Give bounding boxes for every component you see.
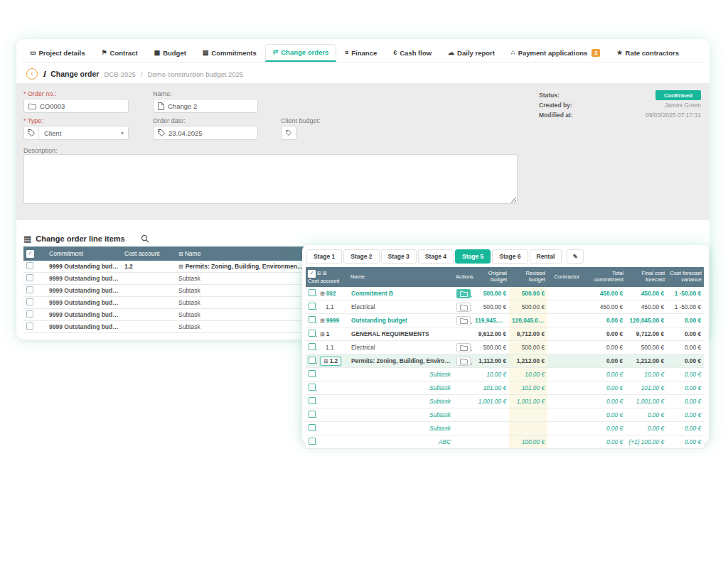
spacer-cell — [38, 321, 46, 333]
line-item-row[interactable]: 9999 Outstanding budget1.2⊞Permits: Zoni… — [23, 261, 308, 273]
stage-row[interactable]: Subtask1,001.00 €1,001.00 €0.00 €1,001.0… — [306, 395, 704, 408]
tab-rate-contractors[interactable]: ★Rate contractors — [609, 45, 687, 62]
tab-project-details[interactable]: ▭Project details — [22, 45, 92, 62]
column-header-original-budget[interactable]: Original budget — [472, 267, 509, 287]
row-checkbox[interactable] — [26, 310, 33, 318]
row-checkbox[interactable] — [309, 424, 316, 431]
open-folder-button[interactable] — [456, 357, 471, 366]
column-header-total-commitment[interactable]: Total commitment — [582, 267, 626, 287]
tab-change-orders[interactable]: ⇄Change orders — [265, 44, 337, 62]
stage-tab-stage-2[interactable]: Stage 2 — [343, 249, 379, 264]
open-folder-button[interactable] — [456, 303, 471, 312]
actions-cell — [454, 422, 472, 435]
row-checkbox[interactable] — [309, 357, 316, 364]
name-input[interactable] — [168, 102, 257, 110]
open-folder-button[interactable] — [456, 289, 471, 298]
stage-row[interactable]: ⊞002Commitment B500.00 €500.00 €450.00 €… — [306, 287, 704, 300]
cost-account-cell: 1.2 — [122, 261, 176, 273]
checkbox-cell — [306, 300, 317, 314]
tab-contract[interactable]: ⚑Contract — [93, 45, 145, 62]
order-date-input[interactable] — [168, 129, 257, 137]
type-select[interactable]: Client ▾ — [23, 126, 129, 140]
line-item-row[interactable]: 9999 Outstanding budgetSubtask — [23, 285, 308, 297]
tab-commitments[interactable]: ▤Commitments — [195, 45, 264, 62]
column-header-contractor[interactable]: Contractor — [547, 267, 582, 287]
name-text: Permits: Zoning, Building, Environmen... — [186, 263, 302, 270]
column-header-revised-budget[interactable]: Revised budget — [509, 267, 547, 287]
tab-label: Project details — [39, 49, 85, 57]
cost-account-cell — [122, 273, 176, 285]
stage-row[interactable]: 1.1Electrical500.00 €500.00 €450.00 €450… — [306, 300, 704, 314]
line-item-row[interactable]: 9999 Outstanding budgetSubtask — [23, 273, 308, 285]
info-icon[interactable]: i — [43, 70, 46, 79]
stage-row[interactable]: ABC100.00 €0.00 €(+1) 100.00 €0.00 € — [306, 435, 704, 449]
stage-tab-rental[interactable]: Rental — [530, 249, 562, 264]
line-item-row[interactable]: 9999 Outstanding budgetSubtask — [23, 309, 308, 321]
open-folder-button[interactable] — [456, 316, 471, 325]
stage-row[interactable]: Subtask10.00 €10.00 €0.00 €10.00 €0.00 € — [306, 368, 704, 381]
original-budget-cell: 1,001.00 € — [472, 395, 509, 408]
row-checkbox[interactable] — [309, 397, 316, 404]
tab-finance[interactable]: ¤Finance — [337, 45, 385, 62]
description-textarea[interactable] — [23, 154, 518, 204]
cost-forecast-variance-cell: 0.00 € — [667, 327, 704, 341]
row-checkbox[interactable] — [26, 274, 33, 281]
stage-tab-stage-3[interactable]: Stage 3 — [381, 249, 417, 264]
stage-row[interactable]: Subtask0.00 €0.00 €0.00 € — [306, 408, 704, 422]
row-checkbox[interactable] — [309, 370, 316, 377]
open-folder-button[interactable] — [456, 343, 471, 352]
breadcrumb-project-code[interactable]: DCB-2025 — [104, 70, 135, 78]
row-checkbox[interactable] — [309, 411, 316, 418]
stage-tab-stage-5[interactable]: Stage 5 — [455, 249, 491, 264]
stage-row[interactable]: Subtask101.00 €101.00 €0.00 €101.00 €0.0… — [306, 381, 704, 395]
breadcrumb: ‹ i Change order DCB-2025 / Demo constru… — [26, 67, 243, 80]
line-item-row[interactable]: 9999 Outstanding budgetSubtask — [23, 297, 308, 309]
select-all-checkbox[interactable]: ✓ — [26, 250, 34, 258]
total-commitment-cell: 450.00 € — [582, 287, 626, 300]
tab-payment-applications[interactable]: ∴Payment applications3 — [503, 45, 609, 62]
tab-budget[interactable]: ▦Budget — [146, 45, 194, 62]
row-checkbox[interactable] — [309, 330, 316, 337]
row-checkbox[interactable] — [309, 289, 316, 296]
stage-row[interactable]: ⊞1GENERAL REQUIREMENTS9,612.00 €9,712.00… — [306, 327, 704, 341]
stage-tab-stage-6[interactable]: Stage 6 — [492, 249, 528, 264]
row-checkbox[interactable] — [309, 343, 316, 350]
folder-icon — [460, 345, 468, 351]
row-checkbox[interactable] — [26, 286, 33, 293]
row-checkbox[interactable] — [26, 323, 33, 330]
stage-tab-stage-1[interactable]: Stage 1 — [306, 249, 342, 264]
spacer-cell — [38, 309, 46, 321]
select-all-checkbox[interactable]: ✓ — [308, 270, 316, 278]
original-budget-cell — [472, 408, 509, 422]
row-checkbox[interactable] — [309, 303, 316, 310]
stage-row[interactable]: Subtask0.00 €0.00 €0.00 € — [306, 422, 704, 435]
column-header-commitment[interactable]: Commitment — [46, 246, 122, 261]
row-checkbox[interactable] — [309, 316, 316, 323]
back-icon[interactable]: ‹ — [26, 68, 38, 80]
checkbox-cell — [306, 327, 317, 341]
row-checkbox[interactable] — [309, 438, 316, 445]
stage-tab-stage-4[interactable]: Stage 4 — [418, 249, 454, 264]
row-checkbox[interactable] — [309, 384, 316, 391]
row-checkbox[interactable] — [26, 298, 33, 305]
tab-cash-flow[interactable]: €Cash flow — [385, 45, 439, 62]
cost-account-cell — [122, 297, 176, 309]
tab-daily-report[interactable]: ☁Daily report — [440, 45, 503, 62]
line-item-row[interactable]: 9999 Outstanding budgetSubtask — [23, 321, 308, 333]
client-budget-button[interactable] — [281, 126, 296, 140]
row-checkbox[interactable] — [26, 262, 33, 269]
stage-row[interactable]: ⊞9999Outstanding budget119,945.00 €120,0… — [306, 314, 704, 327]
breadcrumb-project-name[interactable]: Demo construction budget 2025 — [147, 70, 243, 78]
order-no-input[interactable] — [40, 102, 128, 110]
edit-button[interactable]: ✎ — [567, 249, 583, 264]
column-header-final-cost-forecast[interactable]: Final cost forecast — [626, 267, 667, 287]
column-header-name[interactable]: Name — [348, 267, 454, 287]
column-header-name[interactable]: ⊞Name — [176, 246, 308, 261]
folder-icon — [460, 291, 468, 297]
column-header-cost-account[interactable]: Cost account — [122, 246, 176, 261]
search-icon[interactable] — [141, 234, 149, 243]
column-header-cost-forecast-variance[interactable]: Cost forecast variance — [667, 267, 704, 287]
column-header-cost-account[interactable]: ✓ ⊞ ⊞ Cost account — [306, 267, 348, 287]
stage-row[interactable]: ⊞1.2Permits: Zoning, Building, Environme… — [306, 354, 704, 368]
stage-row[interactable]: 1.1Electrical500.00 €500.00 €0.00 €500.0… — [306, 341, 704, 354]
